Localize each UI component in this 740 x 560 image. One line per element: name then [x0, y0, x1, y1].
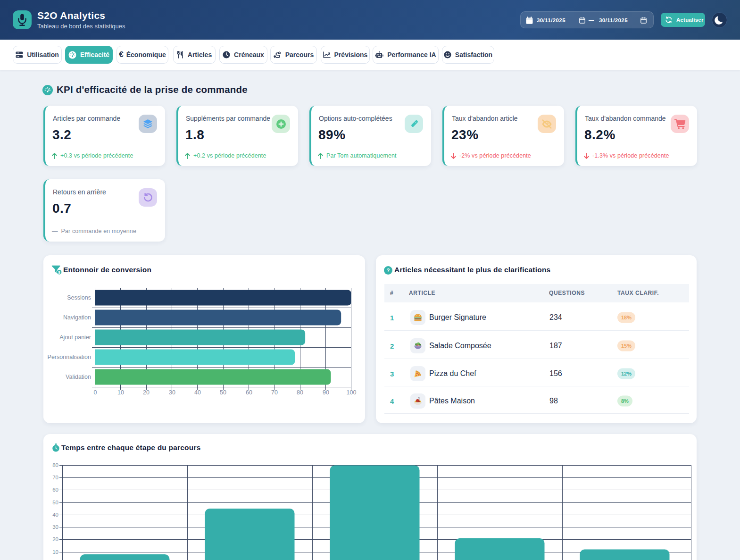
svg-text:90: 90	[323, 389, 329, 396]
svg-text:50: 50	[220, 389, 226, 396]
svg-text:Sessions: Sessions	[67, 294, 91, 301]
svg-text:10: 10	[117, 389, 124, 396]
svg-text:80: 80	[297, 389, 303, 396]
svg-text:20: 20	[143, 389, 150, 396]
svg-text:Ajout panier: Ajout panier	[59, 334, 91, 341]
svg-text:60: 60	[52, 487, 58, 493]
svg-text:30: 30	[169, 389, 175, 396]
svg-text:Personnalisation: Personnalisation	[48, 354, 91, 360]
svg-text:Navigation: Navigation	[63, 314, 91, 321]
svg-text:70: 70	[271, 389, 278, 396]
svg-text:100: 100	[347, 389, 357, 396]
svg-text:10: 10	[52, 549, 58, 555]
svg-text:20: 20	[52, 536, 58, 542]
svg-text:30: 30	[52, 524, 58, 530]
svg-text:60: 60	[246, 389, 252, 396]
svg-text:0: 0	[94, 389, 97, 396]
svg-text:80: 80	[52, 462, 58, 468]
svg-text:50: 50	[52, 500, 58, 505]
svg-text:70: 70	[52, 475, 58, 480]
svg-text:Validation: Validation	[66, 374, 91, 380]
svg-text:40: 40	[52, 512, 58, 518]
svg-text:40: 40	[194, 389, 201, 396]
svg-text:?: ?	[387, 267, 390, 273]
